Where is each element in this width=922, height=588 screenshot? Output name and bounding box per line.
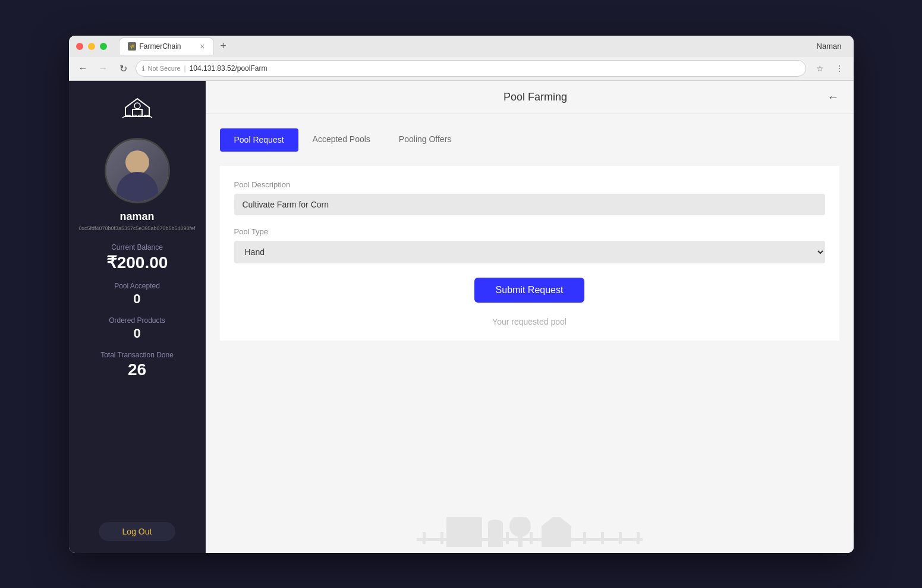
browser-navbar: ← → ↻ ℹ Not Secure | 104.131.83.52/poolF… bbox=[69, 57, 854, 81]
svg-rect-16 bbox=[583, 532, 586, 544]
pool-description-group: Pool Description bbox=[234, 180, 825, 215]
address-bar[interactable]: ℹ Not Secure | 104.131.83.52/poolFarm bbox=[136, 60, 806, 77]
pool-request-form: Pool Description Pool Type Hand Machine … bbox=[220, 166, 839, 341]
menu-button[interactable]: ⋮ bbox=[831, 60, 848, 77]
ordered-products-label: Ordered Products bbox=[109, 316, 165, 325]
wallet-address: 0xc5fdf4078b0f3a5357c5e395ab070b5b54098f… bbox=[73, 225, 201, 231]
pool-type-label: Pool Type bbox=[234, 227, 825, 236]
bookmark-button[interactable]: ☆ bbox=[812, 60, 829, 77]
nav-extras: ☆ ⋮ bbox=[812, 60, 848, 77]
close-button[interactable] bbox=[76, 43, 83, 50]
svg-rect-13 bbox=[440, 532, 443, 544]
tab-bar: 🌾 FarmerChain × + bbox=[119, 37, 232, 55]
not-secure-label: Not Secure bbox=[148, 65, 181, 72]
sidebar: naman 0xc5fdf4078b0f3a5357c5e395ab070b5b… bbox=[69, 81, 206, 553]
username-display: naman bbox=[119, 210, 154, 223]
tab-accepted-pools[interactable]: Accepted Pools bbox=[298, 128, 385, 152]
total-transaction-value: 26 bbox=[100, 360, 174, 379]
svg-rect-17 bbox=[601, 532, 604, 544]
pool-description-input[interactable] bbox=[234, 194, 825, 215]
minimize-button[interactable] bbox=[88, 43, 95, 50]
pool-description-label: Pool Description bbox=[234, 180, 825, 189]
svg-marker-10 bbox=[542, 517, 571, 526]
browser-tab[interactable]: 🌾 FarmerChain × bbox=[119, 37, 214, 55]
bottom-decoration bbox=[206, 517, 854, 553]
back-button[interactable]: ← bbox=[827, 90, 839, 104]
tab-pooling-offers[interactable]: Pooling Offers bbox=[385, 128, 465, 152]
page-header: Pool Farming ← bbox=[206, 81, 854, 114]
avatar bbox=[105, 138, 170, 203]
svg-rect-18 bbox=[619, 532, 622, 544]
svg-rect-15 bbox=[530, 532, 533, 544]
main-content: Pool Farming ← Pool Request Accepted Poo… bbox=[206, 81, 854, 553]
pool-accepted-label: Pool Accepted bbox=[114, 282, 160, 290]
total-transaction-block: Total Transaction Done 26 bbox=[100, 351, 174, 379]
svg-rect-19 bbox=[637, 532, 640, 544]
svg-point-2 bbox=[134, 103, 140, 109]
page-content: Pool Request Accepted Pools Pooling Offe… bbox=[206, 114, 854, 517]
total-transaction-label: Total Transaction Done bbox=[100, 351, 174, 359]
tab-favicon-icon: 🌾 bbox=[128, 42, 136, 51]
pool-type-group: Pool Type Hand Machine Mixed bbox=[234, 227, 825, 263]
svg-rect-9 bbox=[542, 526, 571, 547]
logout-button[interactable]: Log Out bbox=[99, 522, 176, 541]
pool-status-text: Your requested pool bbox=[234, 317, 825, 326]
new-tab-button[interactable]: + bbox=[215, 38, 232, 55]
svg-rect-5 bbox=[488, 523, 503, 547]
browser-username: Naman bbox=[817, 42, 847, 51]
svg-rect-14 bbox=[506, 532, 509, 544]
current-balance-label: Current Balance bbox=[106, 243, 168, 251]
reload-nav-button[interactable]: ↻ bbox=[115, 60, 132, 77]
forward-nav-button[interactable]: → bbox=[95, 60, 112, 77]
submit-request-button[interactable]: Submit Request bbox=[474, 278, 585, 303]
pool-accepted-block: Pool Accepted 0 bbox=[114, 282, 160, 307]
url-text: 104.131.83.52/poolFarm bbox=[190, 64, 268, 73]
svg-rect-12 bbox=[423, 532, 426, 544]
current-balance-block: Current Balance ₹200.00 bbox=[106, 243, 168, 272]
ordered-products-block: Ordered Products 0 bbox=[109, 316, 165, 341]
app-logo bbox=[119, 93, 155, 128]
svg-rect-3 bbox=[446, 517, 482, 547]
pool-type-select[interactable]: Hand Machine Mixed bbox=[234, 241, 825, 263]
svg-point-6 bbox=[487, 520, 502, 527]
tab-title: FarmerChain bbox=[140, 42, 181, 51]
farm-silhouette-icon bbox=[411, 517, 649, 553]
pool-accepted-value: 0 bbox=[114, 291, 160, 307]
tab-close-icon[interactable]: × bbox=[200, 42, 204, 51]
tabs-container: Pool Request Accepted Pools Pooling Offe… bbox=[220, 128, 839, 152]
browser-titlebar: 🌾 FarmerChain × + Naman bbox=[69, 36, 854, 57]
app-body: naman 0xc5fdf4078b0f3a5357c5e395ab070b5b… bbox=[69, 81, 854, 553]
ordered-products-value: 0 bbox=[109, 326, 165, 341]
maximize-button[interactable] bbox=[100, 43, 107, 50]
svg-point-8 bbox=[509, 517, 531, 537]
back-nav-button[interactable]: ← bbox=[75, 60, 92, 77]
security-icon: ℹ bbox=[142, 65, 144, 73]
page-title: Pool Farming bbox=[244, 91, 827, 103]
current-balance-value: ₹200.00 bbox=[106, 253, 168, 272]
tab-pool-request[interactable]: Pool Request bbox=[220, 128, 298, 152]
